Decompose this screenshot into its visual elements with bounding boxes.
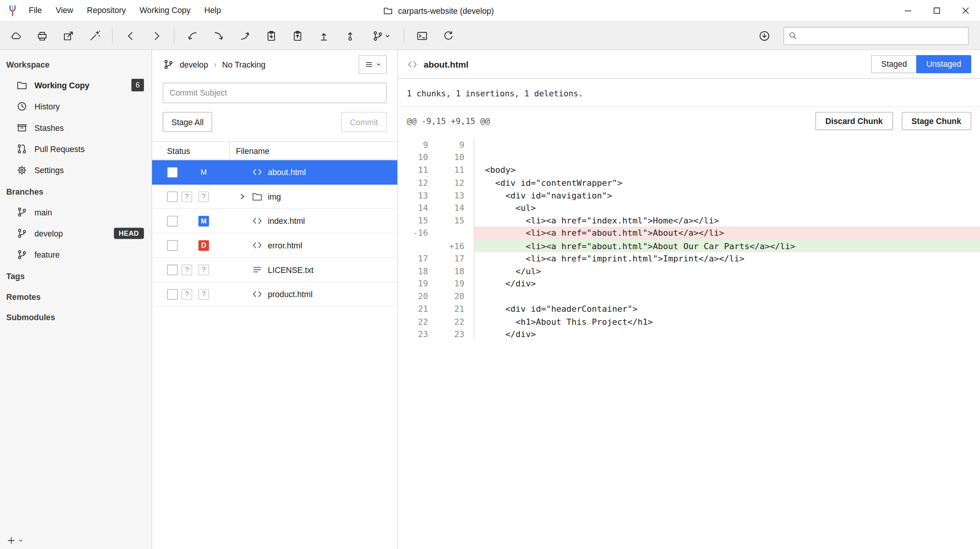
remotes-header[interactable]: Remotes: [0, 286, 151, 307]
diff-line[interactable]: 1414 <ul>: [398, 202, 980, 214]
push-button[interactable]: [232, 24, 258, 48]
file-row[interactable]: D error.html: [152, 233, 397, 258]
menu-working-copy[interactable]: Working Copy: [133, 0, 198, 21]
clone-button[interactable]: [3, 24, 29, 48]
diff-line[interactable]: +16 <li><a href="about.html">About Our C…: [398, 239, 980, 252]
new-line-number: 15: [428, 214, 465, 227]
file-checkbox[interactable]: [167, 215, 178, 226]
line-number-gutter: 1414: [398, 202, 474, 214]
checkout-button[interactable]: [310, 24, 336, 48]
file-row[interactable]: M index.html: [152, 209, 397, 233]
file-row[interactable]: ? ? LICENSE.txt: [152, 258, 397, 282]
menu-view[interactable]: View: [49, 0, 80, 21]
file-checkbox[interactable]: [167, 167, 178, 177]
quick-launch-button[interactable]: [81, 24, 108, 48]
branch-selector[interactable]: develop › No Tracking: [152, 50, 397, 79]
tab-staged[interactable]: Staged: [871, 55, 917, 73]
tab-unstaged[interactable]: Unstaged: [916, 55, 971, 73]
diff-line[interactable]: 2020: [398, 290, 980, 303]
back-button[interactable]: [117, 24, 143, 48]
diff-line[interactable]: 1010: [398, 151, 980, 164]
diff-line[interactable]: 99: [398, 138, 980, 151]
refresh-button[interactable]: [435, 24, 461, 48]
file-row[interactable]: ? ? product.html: [152, 282, 397, 307]
toolbar-separator: [174, 28, 175, 43]
old-line-number: 10: [398, 151, 428, 164]
code-file-icon: [251, 166, 263, 177]
diff-line[interactable]: 2323 </div>: [398, 328, 980, 341]
old-line-number: 17: [398, 252, 428, 265]
head-badge: HEAD: [114, 228, 144, 239]
branches-header[interactable]: Branches: [0, 181, 151, 202]
list-options-button[interactable]: [359, 55, 387, 74]
menu-file[interactable]: File: [22, 0, 49, 21]
add-repository-button[interactable]: [6, 535, 23, 545]
search-input[interactable]: [798, 28, 964, 44]
chunk-range-label: @@ -9,15 +9,15 @@: [407, 116, 490, 126]
file-row[interactable]: ? ? img: [152, 185, 397, 209]
line-number-gutter: 2323: [398, 328, 474, 341]
old-line-number: [398, 239, 428, 252]
menu-help[interactable]: Help: [197, 0, 228, 21]
expand-chevron-icon[interactable]: [238, 193, 246, 200]
sidebar-item-working-copy[interactable]: Working Copy 6: [0, 74, 151, 96]
old-line-number: 13: [398, 189, 428, 202]
file-checkbox[interactable]: [167, 240, 178, 251]
diff-line[interactable]: 1313 <div id="navigation">: [398, 189, 980, 202]
open-external-button[interactable]: [55, 24, 81, 48]
commit-actions: Stage All Commit: [163, 112, 387, 132]
file-list-header: Status Filename: [152, 141, 397, 160]
file-checkbox[interactable]: [167, 265, 178, 275]
fetch-button[interactable]: [179, 24, 205, 48]
discard-chunk-button[interactable]: Discard Chunk: [815, 112, 893, 130]
diff-file-title: about.html: [424, 59, 468, 69]
gear-icon: [16, 165, 27, 176]
text-file-icon: [251, 264, 263, 275]
diff-line[interactable]: 1717 <li><a href="imprint.html">Imprint<…: [398, 252, 980, 265]
push-arrow-icon: [239, 30, 251, 41]
stage-chunk-button[interactable]: Stage Chunk: [902, 112, 972, 130]
submodules-header[interactable]: Submodules: [0, 307, 151, 327]
line-number-gutter: 1919: [398, 277, 474, 290]
sidebar-branch-main[interactable]: main: [0, 202, 151, 223]
sidebar-item-stashes[interactable]: Stashes: [0, 117, 151, 138]
commit-button[interactable]: Commit: [341, 112, 387, 132]
status-badge: ?: [182, 191, 192, 202]
stage-all-button[interactable]: Stage All: [163, 112, 212, 132]
pull-button[interactable]: [205, 24, 232, 48]
diff-line[interactable]: 1111 <body>: [398, 164, 980, 176]
file-row[interactable]: M about.html: [152, 160, 397, 185]
sidebar-item-settings[interactable]: Settings: [0, 160, 151, 181]
toolbar-right: [751, 24, 980, 48]
download-status-button[interactable]: [751, 24, 777, 48]
maximize-button[interactable]: [922, 0, 951, 21]
file-checkbox[interactable]: [167, 289, 178, 299]
commit-subject-input[interactable]: [163, 83, 387, 103]
sidebar-item-history[interactable]: History: [0, 96, 151, 117]
staged-unstaged-toggle: Staged Unstaged: [871, 55, 972, 73]
menu-repository[interactable]: Repository: [80, 0, 132, 21]
diff-line[interactable]: 1919 </div>: [398, 277, 980, 290]
terminal-button[interactable]: [409, 24, 435, 48]
sidebar-branch-feature[interactable]: feature: [0, 244, 151, 265]
sidebar-branch-develop[interactable]: develop HEAD: [0, 223, 151, 244]
diff-line[interactable]: 1818 </ul>: [398, 265, 980, 277]
diff-line[interactable]: -16 <li><a href="about.html">About</a></…: [398, 227, 980, 239]
close-button[interactable]: [951, 0, 980, 21]
commit-arrow-button[interactable]: [337, 24, 363, 48]
stash-button[interactable]: [258, 24, 284, 48]
file-checkbox[interactable]: [167, 191, 178, 202]
diff-line[interactable]: 1212 <div id="contentWrapper">: [398, 176, 980, 189]
diff-line[interactable]: 2121 <div id="headerContainer">: [398, 303, 980, 315]
minimize-button[interactable]: [894, 0, 922, 21]
diff-line[interactable]: 1515 <li><a href="index.html">Home</a></…: [398, 214, 980, 227]
forward-button[interactable]: [143, 24, 169, 48]
diff-summary: 1 chunks, 1 insertions, 1 deletions.: [398, 79, 980, 106]
branch-menu-button[interactable]: [363, 24, 399, 48]
diff-line[interactable]: 2222 <h1>About This Project</h1>: [398, 315, 980, 328]
old-line-number: 18: [398, 265, 428, 277]
sidebar-item-pull-requests[interactable]: Pull Requests: [0, 138, 151, 159]
tags-header[interactable]: Tags: [0, 265, 151, 286]
print-button[interactable]: [29, 24, 55, 48]
pop-stash-button[interactable]: [284, 24, 310, 48]
